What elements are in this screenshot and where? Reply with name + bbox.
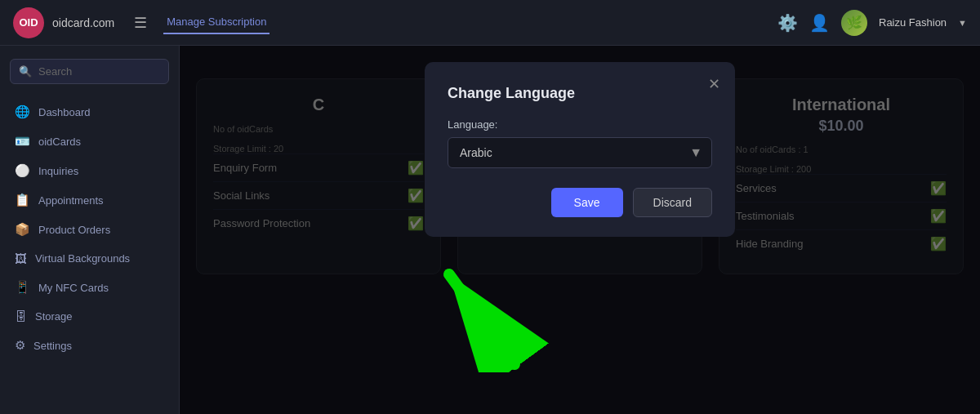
virtual-backgrounds-icon: 🖼 xyxy=(15,252,27,265)
logo-area[interactable]: OID oidcard.com xyxy=(13,7,114,38)
dashboard-icon: 🌐 xyxy=(15,105,30,119)
sidebar-label-appointments: Appointments xyxy=(38,194,104,207)
top-navigation: OID oidcard.com ☰ Manage Subscription ⚙️… xyxy=(0,0,980,46)
language-select-wrapper[interactable]: ArabicEnglishFrenchSpanishGerman ▼ xyxy=(448,137,712,168)
sidebar-item-my-nfc-cards[interactable]: 📱 My NFC Cards xyxy=(0,273,179,302)
my-nfc-cards-icon: 📱 xyxy=(15,280,30,295)
search-icon: 🔍 xyxy=(19,65,32,78)
green-arrow-indicator xyxy=(433,258,564,372)
language-select[interactable]: ArabicEnglishFrenchSpanishGerman xyxy=(448,137,712,168)
sidebar-label-inquiries: Inquiries xyxy=(38,165,78,177)
logo-icon: OID xyxy=(13,7,44,38)
oidcards-icon: 🪪 xyxy=(15,134,30,149)
product-orders-icon: 📦 xyxy=(15,222,30,237)
settings-icon[interactable]: ⚙️ xyxy=(777,13,798,33)
sidebar-label-my-nfc-cards: My NFC Cards xyxy=(38,282,109,294)
sidebar-item-dashboard[interactable]: 🌐 Dashboard xyxy=(0,97,179,127)
sidebar: 🔍 🌐 Dashboard🪪 oidCards⚪ Inquiries📋 Appo… xyxy=(0,46,180,414)
sidebar-label-virtual-backgrounds: Virtual Backgrounds xyxy=(35,252,130,265)
inquiries-icon: ⚪ xyxy=(15,163,30,178)
user-name-label: Raizu Fashion xyxy=(879,16,947,29)
change-language-modal: ✕ Change Language Language: ArabicEnglis… xyxy=(425,62,735,237)
user-menu-chevron-icon[interactable]: ▼ xyxy=(958,18,967,28)
sidebar-label-dashboard: Dashboard xyxy=(38,106,91,118)
search-input[interactable] xyxy=(38,65,160,78)
nav-right-area: ⚙️ 👤 🌿 Raizu Fashion ▼ xyxy=(777,10,967,36)
modal-overlay: ✕ Change Language Language: ArabicEnglis… xyxy=(180,46,980,414)
sidebar-item-inquiries[interactable]: ⚪ Inquiries xyxy=(0,156,179,185)
language-field-label: Language: xyxy=(448,118,712,131)
main-content: C No of oidCards Storage Limit : 20 Enqu… xyxy=(180,46,980,414)
users-icon[interactable]: 👤 xyxy=(809,13,830,33)
svg-line-1 xyxy=(449,274,514,364)
appointments-icon: 📋 xyxy=(15,193,30,207)
sidebar-label-settings: Settings xyxy=(33,340,72,352)
sidebar-item-oidcards[interactable]: 🪪 oidCards xyxy=(0,127,179,156)
user-avatar-badge: 🌿 xyxy=(841,10,867,36)
search-box[interactable]: 🔍 xyxy=(10,59,169,84)
save-button[interactable]: Save xyxy=(551,188,623,217)
main-layout: 🔍 🌐 Dashboard🪪 oidCards⚪ Inquiries📋 Appo… xyxy=(0,46,980,414)
nav-tab-manage-subscription[interactable]: Manage Subscription xyxy=(163,11,270,34)
modal-title: Change Language xyxy=(448,85,712,102)
sidebar-item-product-orders[interactable]: 📦 Product Orders xyxy=(0,215,179,244)
sidebar-item-storage[interactable]: 🗄 Storage xyxy=(0,302,179,331)
discard-button[interactable]: Discard xyxy=(633,188,712,217)
sidebar-label-product-orders: Product Orders xyxy=(38,224,110,236)
settings-icon: ⚙ xyxy=(15,338,25,353)
sidebar-item-settings[interactable]: ⚙ Settings xyxy=(0,331,179,360)
sidebar-item-appointments[interactable]: 📋 Appointments xyxy=(0,185,179,215)
sidebar-label-storage: Storage xyxy=(35,310,73,323)
logo-text: oidcard.com xyxy=(52,16,114,29)
storage-icon: 🗄 xyxy=(15,309,27,323)
sidebar-item-virtual-backgrounds[interactable]: 🖼 Virtual Backgrounds xyxy=(0,244,179,273)
modal-close-button[interactable]: ✕ xyxy=(708,75,720,93)
sidebar-label-oidcards: oidCards xyxy=(38,136,81,148)
hamburger-menu-icon[interactable]: ☰ xyxy=(134,14,147,32)
modal-actions: Save Discard xyxy=(448,188,712,217)
